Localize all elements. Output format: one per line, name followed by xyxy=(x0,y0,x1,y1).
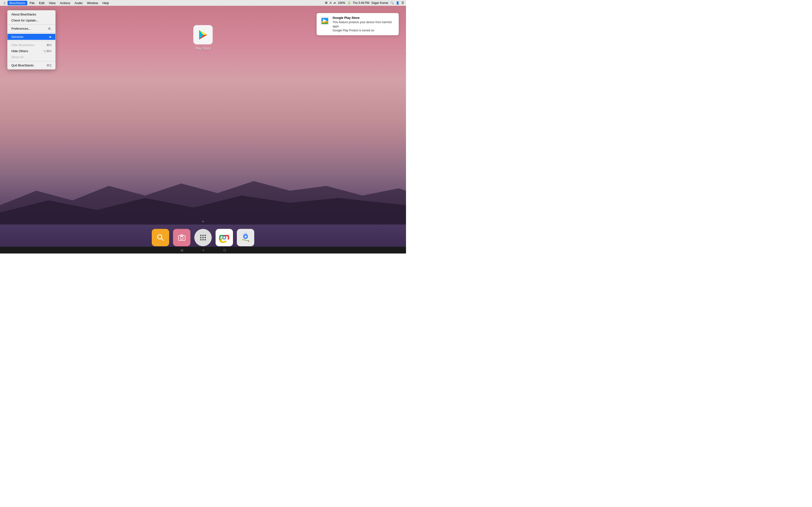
quit-shortcut: ⌘Q xyxy=(46,64,51,67)
services-arrow-icon: ▶ xyxy=(50,36,51,38)
maps-pin-icon xyxy=(240,232,251,243)
gpp-icon xyxy=(320,16,329,25)
dock-social-icon[interactable] xyxy=(173,229,191,246)
dock-search-icon[interactable] xyxy=(152,229,169,246)
svg-line-17 xyxy=(243,239,248,241)
clock: Thu 5:49 PM xyxy=(353,1,369,5)
menu-item-hide-others[interactable]: Hide Others ⌥⌘H xyxy=(7,48,55,54)
play-store-svg xyxy=(197,29,209,41)
menu-audio[interactable]: Audio xyxy=(72,1,84,5)
menu-bluestacks[interactable]: BlueStacks xyxy=(7,1,27,5)
android-navbar: ◁ ○ □ xyxy=(0,247,406,253)
play-store-app-icon[interactable]: Play Store xyxy=(193,25,213,50)
menubar-right: ⌘ A ⇌ 100% 🔋 Thu 5:49 PM Sagar Kumar 🔍 👤… xyxy=(325,1,404,5)
wifi-status: ⇌ xyxy=(334,1,336,5)
svg-point-9 xyxy=(180,237,183,239)
bluestacks-app-menu: About BlueStacks Check for Update... Pre… xyxy=(7,10,56,69)
menu-separator-2 xyxy=(7,33,55,33)
dock-chrome-icon[interactable] xyxy=(215,229,233,246)
menu-separator-4 xyxy=(7,61,55,61)
dock-apps-icon[interactable] xyxy=(194,229,212,246)
mountains-silhouette xyxy=(0,176,406,225)
menu-item-show-all: Show All xyxy=(7,54,55,60)
menu-view[interactable]: View xyxy=(47,1,57,5)
gpp-notification: Google Play Store This feature protects … xyxy=(317,13,399,35)
wifi-icon: ⌘ xyxy=(325,1,328,5)
menu-edit[interactable]: Edit xyxy=(37,1,46,5)
dock-maps-icon[interactable] xyxy=(237,229,254,246)
back-button[interactable]: ◁ xyxy=(180,248,183,252)
keyboard-icon: A xyxy=(329,1,332,5)
hide-others-shortcut: ⌥⌘H xyxy=(43,50,51,53)
menu-item-check-update[interactable]: Check for Update... xyxy=(7,17,55,23)
apple-menu[interactable]:  xyxy=(2,1,7,5)
camera-icon xyxy=(177,233,186,242)
home-button[interactable]: ○ xyxy=(202,248,204,252)
menu-actions[interactable]: Actions xyxy=(58,1,72,5)
menu-help[interactable]: Help xyxy=(101,1,111,5)
play-store-icon-box xyxy=(193,25,213,44)
preferences-shortcut: ⌘, xyxy=(48,27,51,31)
profile-icon[interactable]: 👤 xyxy=(396,1,400,5)
svg-point-14 xyxy=(223,237,225,238)
username: Sagar Kumar xyxy=(371,1,388,5)
svg-marker-19 xyxy=(248,240,249,242)
hide-bluestacks-shortcut: ⌘H xyxy=(46,44,51,47)
menu-window[interactable]: Window xyxy=(85,1,100,5)
battery-status: 100% xyxy=(338,1,345,5)
search-icon[interactable]: 🔍 xyxy=(390,1,394,5)
drawer-chevron[interactable]: ^ xyxy=(202,220,204,225)
menubar:  BlueStacks File Edit View Actions Audi… xyxy=(0,0,406,6)
play-store-label: Play Store xyxy=(195,46,211,50)
bluestacks-window: Play Store ^ xyxy=(0,6,406,253)
list-icon[interactable]: ☰ xyxy=(401,1,404,5)
menu-item-preferences[interactable]: Preferences... ⌘, xyxy=(7,25,55,32)
gpp-description: This feature protects your device from h… xyxy=(333,20,393,32)
svg-point-16 xyxy=(245,236,247,237)
play-store-notification-icon xyxy=(320,16,329,25)
menu-item-about[interactable]: About BlueStacks xyxy=(7,11,55,17)
recents-button[interactable]: □ xyxy=(224,248,226,252)
menu-item-services[interactable]: Services ▶ xyxy=(7,34,55,40)
chrome-logo-icon xyxy=(219,232,230,243)
gpp-title: Google Play Store xyxy=(333,16,393,19)
menu-file[interactable]: File xyxy=(28,1,37,5)
apps-grid-icon xyxy=(200,235,206,240)
search-glass-icon xyxy=(156,233,165,242)
battery-icon: 🔋 xyxy=(347,1,351,5)
gpp-text-content: Google Play Store This feature protects … xyxy=(333,16,393,32)
menu-item-quit[interactable]: Quit BlueStacks ⌘Q xyxy=(7,62,55,68)
android-dock xyxy=(152,229,254,246)
svg-marker-18 xyxy=(242,238,243,241)
svg-line-7 xyxy=(161,238,163,240)
menu-item-hide-bluestacks: Hide BlueStacks ⌘H xyxy=(7,42,55,48)
